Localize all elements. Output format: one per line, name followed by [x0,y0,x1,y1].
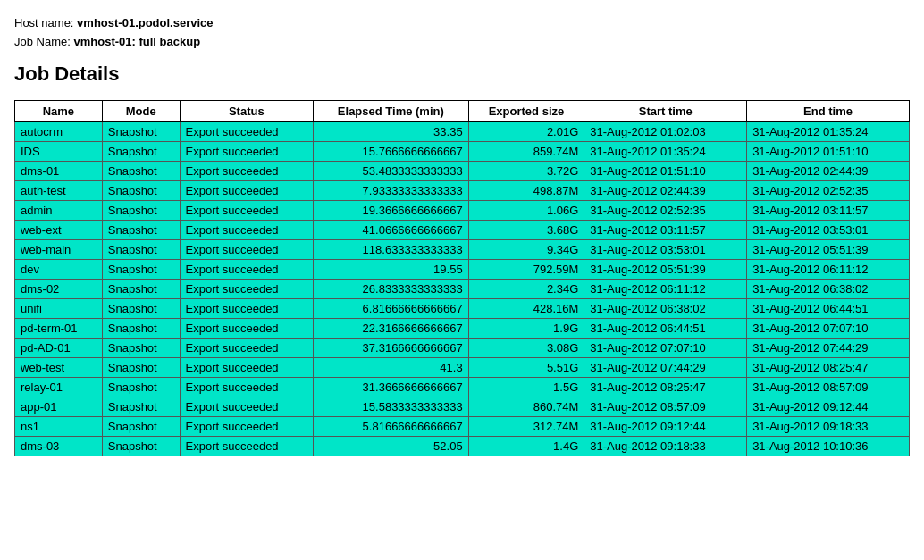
table-cell: Export succeeded [180,318,314,338]
table-cell: 31-Aug-2012 07:44:29 [584,357,747,377]
table-row: web-testSnapshotExport succeeded41.35.51… [15,357,910,377]
table-cell: 1.9G [468,318,584,338]
table-cell: ns1 [15,416,103,436]
table-cell: Snapshot [102,416,180,436]
table-row: auth-testSnapshotExport succeeded7.93333… [15,180,910,200]
table-cell: 22.3166666666667 [314,318,469,338]
table-cell: 859.74M [468,141,584,161]
table-cell: 428.16M [468,298,584,318]
table-cell: 31-Aug-2012 03:11:57 [584,220,747,239]
table-row: web-extSnapshotExport succeeded41.066666… [15,220,910,239]
table-cell: dms-01 [15,161,103,180]
job-label: Job Name: [14,35,71,48]
table-cell: Snapshot [102,220,180,239]
table-cell: Snapshot [102,318,180,338]
table-cell: 7.93333333333333 [314,180,469,200]
table-cell: Snapshot [102,239,180,259]
table-header-cell: End time [747,100,910,121]
table-cell: Export succeeded [180,259,314,279]
table-cell: 31-Aug-2012 07:07:10 [747,318,910,338]
table-cell: 5.81666666666667 [314,416,469,436]
table-row: dms-01SnapshotExport succeeded53.4833333… [15,161,910,180]
table-cell: 19.3666666666667 [314,200,469,220]
table-cell: dms-02 [15,279,103,298]
table-cell: Snapshot [102,298,180,318]
table-cell: Snapshot [102,279,180,298]
table-cell: web-main [15,239,103,259]
table-cell: IDS [15,141,103,161]
table-cell: 31-Aug-2012 07:07:10 [584,338,747,357]
table-cell: pd-AD-01 [15,338,103,357]
table-row: relay-01SnapshotExport succeeded31.36666… [15,377,910,397]
table-cell: 498.87M [468,180,584,200]
table-cell: 15.7666666666667 [314,141,469,161]
table-cell: 31-Aug-2012 08:57:09 [747,377,910,397]
table-cell: dev [15,259,103,279]
table-cell: 860.74M [468,397,584,416]
table-cell: 31-Aug-2012 01:35:24 [747,121,910,141]
table-cell: Snapshot [102,338,180,357]
table-cell: admin [15,200,103,220]
table-cell: 31-Aug-2012 05:51:39 [747,239,910,259]
table-cell: app-01 [15,397,103,416]
table-row: IDSSnapshotExport succeeded15.7666666666… [15,141,910,161]
table-cell: Export succeeded [180,416,314,436]
table-cell: 312.74M [468,416,584,436]
table-row: unifiSnapshotExport succeeded6.816666666… [15,298,910,318]
table-cell: 31-Aug-2012 02:44:39 [747,161,910,180]
table-cell: 31-Aug-2012 06:38:02 [747,279,910,298]
table-row: adminSnapshotExport succeeded19.36666666… [15,200,910,220]
table-cell: 3.72G [468,161,584,180]
table-row: app-01SnapshotExport succeeded15.5833333… [15,397,910,416]
table-cell: 31-Aug-2012 07:44:29 [747,338,910,357]
table-cell: 31-Aug-2012 09:18:33 [747,416,910,436]
table-cell: Export succeeded [180,279,314,298]
table-cell: 31-Aug-2012 06:11:12 [584,279,747,298]
table-cell: 6.81666666666667 [314,298,469,318]
table-header-cell: Mode [102,100,180,121]
table-cell: 31-Aug-2012 09:18:33 [584,436,747,456]
table-cell: 31-Aug-2012 08:25:47 [747,357,910,377]
table-row: web-mainSnapshotExport succeeded118.6333… [15,239,910,259]
host-label: Host name: [14,16,73,29]
table-cell: 31-Aug-2012 02:44:39 [584,180,747,200]
table-header-row: NameModeStatusElapsed Time (min)Exported… [15,100,910,121]
table-cell: 31-Aug-2012 06:38:02 [584,298,747,318]
table-cell: 53.4833333333333 [314,161,469,180]
table-cell: 37.3166666666667 [314,338,469,357]
table-header-cell: Exported size [468,100,584,121]
table-row: pd-term-01SnapshotExport succeeded22.316… [15,318,910,338]
job-details-table: NameModeStatusElapsed Time (min)Exported… [14,100,910,456]
table-cell: 31-Aug-2012 02:52:35 [747,180,910,200]
table-cell: Export succeeded [180,121,314,141]
table-cell: 31-Aug-2012 02:52:35 [584,200,747,220]
table-cell: Export succeeded [180,220,314,239]
table-cell: 5.51G [468,357,584,377]
table-cell: Export succeeded [180,239,314,259]
table-cell: 31-Aug-2012 03:53:01 [747,220,910,239]
table-cell: Export succeeded [180,141,314,161]
table-cell: dms-03 [15,436,103,456]
table-cell: 41.0666666666667 [314,220,469,239]
table-cell: Snapshot [102,161,180,180]
table-cell: 31-Aug-2012 01:51:10 [747,141,910,161]
table-cell: 31-Aug-2012 10:10:36 [747,436,910,456]
table-cell: Snapshot [102,259,180,279]
table-cell: 31-Aug-2012 03:53:01 [584,239,747,259]
table-cell: Export succeeded [180,357,314,377]
table-cell: relay-01 [15,377,103,397]
table-cell: 1.06G [468,200,584,220]
table-cell: 9.34G [468,239,584,259]
table-cell: Export succeeded [180,377,314,397]
table-header-cell: Start time [584,100,747,121]
table-cell: 41.3 [314,357,469,377]
table-cell: 31-Aug-2012 06:11:12 [747,259,910,279]
table-header-cell: Status [180,100,314,121]
table-cell: 26.8333333333333 [314,279,469,298]
table-cell: Export succeeded [180,200,314,220]
table-cell: 3.08G [468,338,584,357]
table-cell: 15.5833333333333 [314,397,469,416]
table-cell: Snapshot [102,141,180,161]
table-cell: 31-Aug-2012 09:12:44 [584,416,747,436]
table-cell: auth-test [15,180,103,200]
